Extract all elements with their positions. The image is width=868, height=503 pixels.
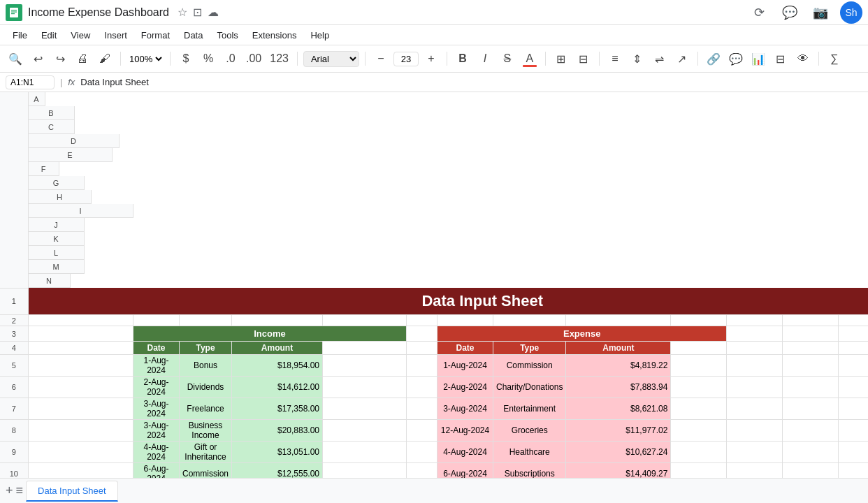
- income-amount-cell[interactable]: $13,051.00: [232, 442, 323, 463]
- col-header-c[interactable]: C: [29, 120, 75, 134]
- cell[interactable]: [783, 326, 839, 342]
- menu-format[interactable]: Format: [134, 27, 177, 43]
- menu-insert[interactable]: Insert: [97, 27, 134, 43]
- expense-type-cell[interactable]: Groceries: [493, 420, 566, 442]
- cell[interactable]: [783, 442, 839, 463]
- cell[interactable]: [566, 315, 671, 326]
- decrease-font-button[interactable]: −: [371, 49, 391, 68]
- cell[interactable]: [783, 420, 839, 442]
- income-type-cell[interactable]: Freelance: [180, 398, 232, 420]
- cell[interactable]: [671, 355, 727, 377]
- cell[interactable]: [323, 442, 407, 463]
- menu-data[interactable]: Data: [177, 27, 210, 43]
- cell[interactable]: [839, 420, 868, 442]
- income-date-cell[interactable]: 4-Aug-2024: [133, 442, 180, 463]
- cell[interactable]: [671, 377, 727, 398]
- expense-type-cell[interactable]: Charity/Donations: [493, 377, 566, 398]
- cell[interactable]: [783, 355, 839, 377]
- drive-icon[interactable]: ⊡: [193, 6, 202, 19]
- increase-decimal-button[interactable]: .00: [243, 49, 264, 68]
- formula-input[interactable]: Data Input Sheet: [80, 77, 862, 87]
- col-header-a[interactable]: A: [29, 92, 45, 106]
- cell[interactable]: [839, 326, 868, 342]
- expense-amount-cell[interactable]: $10,627.24: [566, 442, 671, 463]
- comment-insert-button[interactable]: 💬: [726, 49, 746, 68]
- cell[interactable]: [323, 463, 407, 479]
- cell[interactable]: [323, 420, 407, 442]
- income-amount-cell[interactable]: $12,555.00: [232, 463, 323, 479]
- merge-cells-button[interactable]: ⊟: [574, 49, 593, 68]
- link-button[interactable]: 🔗: [704, 49, 723, 68]
- expense-amount-cell[interactable]: $8,621.08: [566, 398, 671, 420]
- comment-button[interactable]: 💬: [779, 1, 801, 24]
- decrease-decimal-button[interactable]: .0: [221, 49, 240, 68]
- expense-date-cell[interactable]: 6-Aug-2024: [437, 463, 493, 479]
- cell[interactable]: [839, 342, 868, 355]
- chart-button[interactable]: 📊: [748, 49, 768, 68]
- expense-date-cell[interactable]: 1-Aug-2024: [437, 355, 493, 377]
- bold-button[interactable]: B: [453, 49, 472, 68]
- cell[interactable]: [839, 442, 868, 463]
- col-header-b[interactable]: B: [29, 106, 75, 120]
- menu-view[interactable]: View: [64, 27, 97, 43]
- filter-button[interactable]: ⊟: [771, 49, 790, 68]
- col-header-h[interactable]: H: [29, 190, 92, 204]
- expense-type-cell[interactable]: Entertainment: [493, 398, 566, 420]
- col-header-k[interactable]: K: [29, 232, 85, 246]
- cell[interactable]: [133, 315, 180, 326]
- col-header-e[interactable]: E: [29, 148, 113, 162]
- font-select[interactable]: Arial: [303, 51, 359, 67]
- cell[interactable]: [323, 377, 407, 398]
- cell[interactable]: [727, 398, 783, 420]
- income-date-cell[interactable]: 3-Aug-2024: [133, 398, 180, 420]
- cell[interactable]: [671, 398, 727, 420]
- income-type-cell[interactable]: Bonus: [180, 355, 232, 377]
- cell[interactable]: [839, 355, 868, 377]
- redo-button[interactable]: ↪: [50, 49, 70, 68]
- menu-tools[interactable]: Tools: [210, 27, 245, 43]
- cell[interactable]: [28, 315, 133, 326]
- cell[interactable]: [839, 315, 868, 326]
- income-date-cell[interactable]: 6-Aug-2024: [133, 463, 180, 479]
- cell[interactable]: [727, 355, 783, 377]
- cell[interactable]: [28, 342, 133, 355]
- income-amount-cell[interactable]: $20,883.00: [232, 420, 323, 442]
- income-type-cell[interactable]: Gift or Inheritance: [180, 442, 232, 463]
- income-amount-cell[interactable]: $14,612.00: [232, 377, 323, 398]
- col-header-d[interactable]: D: [29, 134, 120, 148]
- valign-button[interactable]: ⇕: [628, 49, 647, 68]
- wrap-button[interactable]: ⇌: [650, 49, 670, 68]
- currency-button[interactable]: $: [176, 49, 196, 68]
- expense-date-cell[interactable]: 12-Aug-2024: [437, 420, 493, 442]
- expense-amount-cell[interactable]: $7,883.94: [566, 377, 671, 398]
- cell[interactable]: [407, 342, 437, 355]
- expense-date-cell[interactable]: 2-Aug-2024: [437, 377, 493, 398]
- cell[interactable]: [671, 463, 727, 479]
- cell[interactable]: [180, 315, 232, 326]
- cell[interactable]: [727, 342, 783, 355]
- menu-help[interactable]: Help: [303, 27, 336, 43]
- cell[interactable]: [232, 315, 323, 326]
- history-button[interactable]: ⟳: [748, 1, 770, 24]
- cell[interactable]: [437, 315, 493, 326]
- cell[interactable]: [407, 355, 437, 377]
- zoom-select[interactable]: 100%: [126, 53, 164, 65]
- expense-amount-cell[interactable]: $14,409.27: [566, 463, 671, 479]
- cell[interactable]: [407, 326, 437, 342]
- col-header-j[interactable]: J: [29, 218, 85, 232]
- cell[interactable]: [839, 377, 868, 398]
- expense-amount-cell[interactable]: $4,819.22: [566, 355, 671, 377]
- format-123-button[interactable]: 123: [267, 49, 291, 68]
- cell[interactable]: [727, 442, 783, 463]
- view-button[interactable]: 👁: [793, 49, 813, 68]
- cell[interactable]: [671, 342, 727, 355]
- cell[interactable]: [783, 398, 839, 420]
- cell[interactable]: [28, 442, 133, 463]
- col-header-n[interactable]: N: [29, 274, 71, 288]
- paint-format-button[interactable]: 🖌: [95, 49, 115, 68]
- undo-button[interactable]: ↩: [28, 49, 48, 68]
- income-type-cell[interactable]: Commission: [180, 463, 232, 479]
- income-type-cell[interactable]: Dividends: [180, 377, 232, 398]
- income-date-cell[interactable]: 3-Aug-2024: [133, 420, 180, 442]
- cell[interactable]: [323, 355, 407, 377]
